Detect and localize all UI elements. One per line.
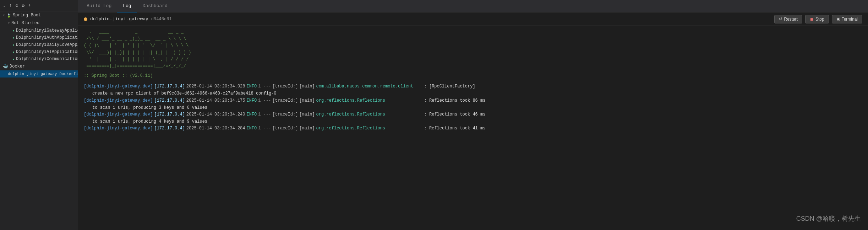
status-dot: ● xyxy=(13,58,15,61)
add-icon[interactable]: + xyxy=(27,2,32,9)
log-app: [dolphin-jinyi-gateway,dev] xyxy=(84,83,153,90)
app-label: DolphinJinyiDailyLoveApplicatio... xyxy=(16,42,78,47)
log-app: [dolphin-jinyi-gateway,dev] xyxy=(84,97,153,104)
service-name: dolphin-jinyi-gateway d9446c61 xyxy=(84,16,171,22)
log-date: 2025-01-14 03:20:34.240 xyxy=(186,111,245,118)
log-msg: : Reflections took 41 ms xyxy=(424,125,486,132)
log-date: 2025-01-14 03:20:34.284 xyxy=(186,125,245,132)
log-sep: 1 --- xyxy=(258,97,271,104)
log-msg: : Reflections took 86 ms xyxy=(424,97,486,104)
log-class: org.reflections.Reflections xyxy=(316,125,423,132)
log-thread: [main] xyxy=(299,83,315,90)
status-dot: ● xyxy=(13,50,15,54)
log-continuation-2: to scan 1 urls, producing 3 keys and 6 v… xyxy=(84,105,862,111)
app-label: DolphinJinyiGatewayApplication xyxy=(16,28,78,33)
log-date: 2025-01-14 03:20:34.028 xyxy=(186,83,245,90)
status-dot: ● xyxy=(13,36,15,39)
log-level: INFO xyxy=(247,97,257,104)
not-started-label: Not Started xyxy=(11,21,39,26)
app-label: DolphinJinyiCommunicationApp... xyxy=(16,57,78,61)
log-class: org.reflections.Reflections xyxy=(316,97,423,104)
sidebar-toolbar: ↓ ↑ ⊘ ⚙ + xyxy=(0,0,78,11)
service-status-dot xyxy=(84,17,87,21)
log-area[interactable]: . ____ _ __ _ _ /\\ / ___'_ __ _ _(_)_ _… xyxy=(78,26,868,230)
action-buttons: ↺ Restart ⏹ Stop ▣ Terminal xyxy=(774,15,862,23)
chevron-down-icon: ▾ xyxy=(3,13,5,17)
status-dot: ● xyxy=(13,43,15,47)
log-ip: [172.17.0.4] xyxy=(154,83,185,90)
log-level: INFO xyxy=(247,125,257,132)
log-class: com.alibaba.nacos.common.remote.client xyxy=(316,83,423,90)
log-entry-1: [dolphin-jinyi-gateway,dev] [172.17.0.4]… xyxy=(84,83,862,90)
sidebar-item-gateway-app[interactable]: ● DolphinJinyiGatewayApplication xyxy=(0,27,78,34)
log-thread: [main] xyxy=(299,125,315,132)
terminal-icon: ▣ xyxy=(836,17,840,21)
log-trace: [traceId:] xyxy=(272,97,298,104)
tab-dashboard[interactable]: Dashboard xyxy=(137,0,173,12)
tab-build-log[interactable]: Build Log xyxy=(81,0,117,12)
spring-banner: . ____ _ __ _ _ /\\ / ___'_ __ _ _(_)_ _… xyxy=(84,29,862,70)
app-label: DolphinJinyiAIApplication xyxy=(16,49,78,54)
tab-log[interactable]: Log xyxy=(117,0,137,12)
spring-icon: 🍃 xyxy=(6,13,11,18)
sidebar-item-daily-app[interactable]: ● DolphinJinyiDailyLoveApplicatio... xyxy=(0,41,78,48)
log-thread: [main] xyxy=(299,111,315,118)
spring-boot-label: Spring Boot xyxy=(13,13,41,18)
arrow-up-icon[interactable]: ↑ xyxy=(9,2,13,9)
docker-label: Docker xyxy=(10,64,25,69)
stop-button[interactable]: ⏹ Stop xyxy=(805,15,829,23)
service-hash: d9446c61 xyxy=(151,17,172,22)
log-trace: [traceId:] xyxy=(272,111,298,118)
arrow-down-icon[interactable]: ↓ xyxy=(2,2,6,9)
sidebar-item-auth-app[interactable]: ● DolphinJinyiAuthApplication xyxy=(0,34,78,41)
log-sep: 1 --- xyxy=(258,125,271,132)
log-sep: 1 --- xyxy=(258,111,271,118)
tab-bar: Build Log Log Dashboard xyxy=(78,0,868,12)
log-date: 2025-01-14 03:20:34.175 xyxy=(186,97,245,104)
sidebar-item-ai-app[interactable]: ● DolphinJinyiAIApplication xyxy=(0,48,78,55)
service-title: dolphin-jinyi-gateway xyxy=(90,16,148,22)
sidebar-item-docker[interactable]: 🐳 Docker xyxy=(0,63,78,70)
restart-icon: ↺ xyxy=(779,17,782,21)
log-level: INFO xyxy=(247,83,257,90)
restart-button[interactable]: ↺ Restart xyxy=(774,15,802,23)
sidebar-item-spring-boot[interactable]: ▾ 🍃 Spring Boot xyxy=(0,11,78,19)
sidebar-item-not-started[interactable]: ▾ Not Started xyxy=(0,19,78,27)
terminal-button[interactable]: ▣ Terminal xyxy=(832,15,862,23)
log-app: [dolphin-jinyi-gateway,dev] xyxy=(84,111,153,118)
stop-icon: ⏹ xyxy=(810,17,814,21)
log-trace: [traceId:] xyxy=(272,125,298,132)
log-entry-3: [dolphin-jinyi-gateway,dev] [172.17.0.4]… xyxy=(84,111,862,118)
log-msg: : [RpcClientFactory] xyxy=(424,83,475,90)
app-label: DolphinJinyiAuthApplication xyxy=(16,35,78,40)
status-dot: ● xyxy=(13,29,15,32)
log-ip: [172.17.0.4] xyxy=(154,97,185,104)
log-continuation-3: to scan 1 urls, producing 4 keys and 9 v… xyxy=(84,118,862,125)
log-ip: [172.17.0.4] xyxy=(154,125,185,132)
spring-version: :: Spring Boot :: (v2.6.11) xyxy=(84,73,862,79)
log-entry-2: [dolphin-jinyi-gateway,dev] [172.17.0.4]… xyxy=(84,97,862,104)
service-header: dolphin-jinyi-gateway d9446c61 ↺ Restart… xyxy=(78,12,868,26)
log-app: [dolphin-jinyi-gateway,dev] xyxy=(84,125,153,132)
chevron-down-icon: ▾ xyxy=(8,21,10,25)
log-thread: [main] xyxy=(299,97,315,104)
config-icon[interactable]: ⚙ xyxy=(21,2,25,9)
log-sep: 1 --- xyxy=(258,83,271,90)
sidebar-item-docker-gateway[interactable]: dolphin-jinyi-gateway Dockerfile: d... xyxy=(0,70,78,77)
filter-icon[interactable]: ⊘ xyxy=(15,2,19,9)
log-level: INFO xyxy=(247,111,257,118)
log-trace: [traceId:] xyxy=(272,83,298,90)
sidebar-item-comm-app[interactable]: ● DolphinJinyiCommunicationApp... xyxy=(0,55,78,63)
log-class: org.reflections.Reflections xyxy=(316,111,423,118)
docker-icon: 🐳 xyxy=(3,64,8,69)
log-ip: [172.17.0.4] xyxy=(154,111,185,118)
main-panel: Build Log Log Dashboard dolphin-jinyi-ga… xyxy=(78,0,868,230)
log-continuation-1: create a new rpc client of bef9c83e-d662… xyxy=(84,90,862,97)
log-msg: : Reflections took 46 ms xyxy=(424,111,486,118)
docker-item-label: dolphin-jinyi-gateway Dockerfile: d... xyxy=(8,72,78,76)
sidebar: ↓ ↑ ⊘ ⚙ + ▾ 🍃 Spring Boot ▾ Not Started … xyxy=(0,0,78,230)
log-entry-4: [dolphin-jinyi-gateway,dev] [172.17.0.4]… xyxy=(84,125,862,132)
